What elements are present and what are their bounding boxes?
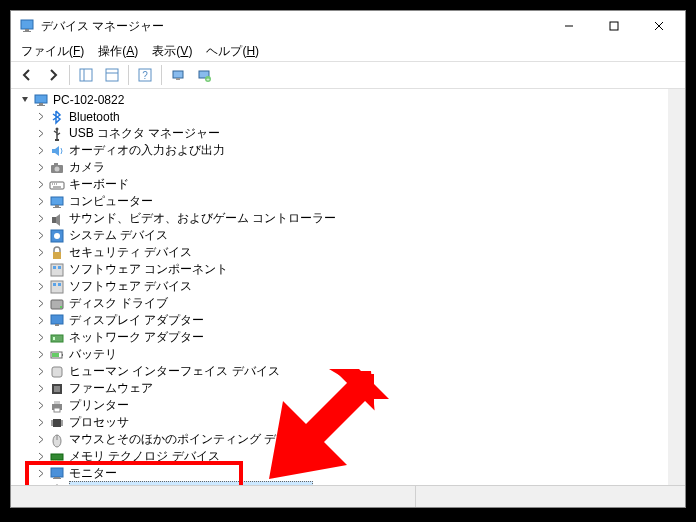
svg-rect-18 (35, 95, 47, 103)
device-manager-window: デバイス マネージャー ファイル(F) 操作(A) 表示(V) ヘルプ(H) ?… (10, 10, 686, 508)
tree-item[interactable]: バッテリ (15, 346, 664, 363)
tree-item-label: ディスプレイ アダプター (69, 312, 204, 329)
svg-rect-27 (50, 182, 64, 189)
tree-item[interactable]: オーディオの入力および出力 (15, 142, 664, 159)
expand-icon[interactable] (35, 230, 47, 242)
expand-icon[interactable] (35, 468, 47, 480)
tree-item[interactable]: Bluetooth (15, 108, 664, 125)
vertical-scrollbar[interactable] (668, 89, 685, 485)
tree-item[interactable]: ユニバーサル シリアル バス コントローラー (15, 482, 664, 485)
window-controls (546, 12, 681, 40)
device-category-icon (49, 432, 65, 448)
svg-rect-70 (52, 460, 53, 462)
tree-item[interactable]: ディスプレイ アダプター (15, 312, 664, 329)
properties-button[interactable] (100, 63, 124, 87)
minimize-button[interactable] (546, 12, 591, 40)
svg-point-25 (55, 166, 60, 171)
expand-icon[interactable] (35, 196, 47, 208)
tree-item[interactable]: コンピューター (15, 193, 664, 210)
expand-icon[interactable] (35, 213, 47, 225)
tree-item[interactable]: モニター (15, 465, 664, 482)
menu-action[interactable]: 操作(A) (92, 41, 144, 62)
tree-item-label: モニター (69, 465, 117, 482)
expand-icon[interactable] (35, 485, 47, 486)
close-button[interactable] (636, 12, 681, 40)
device-category-icon (49, 143, 65, 159)
svg-rect-33 (55, 205, 59, 207)
expand-icon[interactable] (35, 298, 47, 310)
svg-rect-34 (53, 207, 61, 208)
menubar: ファイル(F) 操作(A) 表示(V) ヘルプ(H) (11, 41, 685, 61)
titlebar[interactable]: デバイス マネージャー (11, 11, 685, 41)
device-category-icon (49, 466, 65, 482)
expand-icon[interactable] (35, 400, 47, 412)
scan-hardware-button[interactable] (166, 63, 190, 87)
tree-item-label: オーディオの入力および出力 (69, 142, 225, 159)
tree-item[interactable]: ソフトウェア コンポーネント (15, 261, 664, 278)
tree-item[interactable]: ネットワーク アダプター (15, 329, 664, 346)
tree-item[interactable]: ファームウェア (15, 380, 664, 397)
svg-rect-73 (51, 468, 63, 477)
svg-point-76 (56, 484, 59, 485)
tree-item-label: プリンター (69, 397, 129, 414)
back-button[interactable] (15, 63, 39, 87)
show-hide-tree-button[interactable] (74, 63, 98, 87)
menu-view[interactable]: 表示(V) (146, 41, 198, 62)
tree-item[interactable]: マウスとそのほかのポインティング デバイス (15, 431, 664, 448)
tree-item[interactable]: プロセッサ (15, 414, 664, 431)
expand-icon[interactable] (35, 332, 47, 344)
menu-help[interactable]: ヘルプ(H) (200, 41, 265, 62)
expand-icon[interactable] (35, 128, 47, 140)
svg-rect-0 (21, 20, 33, 29)
svg-rect-35 (52, 217, 56, 223)
tree-item[interactable]: サウンド、ビデオ、およびゲーム コントローラー (15, 210, 664, 227)
device-category-icon (49, 126, 65, 142)
tree-item[interactable]: ヒューマン インターフェイス デバイス (15, 363, 664, 380)
tree-item-label: コンピューター (69, 193, 153, 210)
device-category-icon (49, 364, 65, 380)
tree-item[interactable]: システム デバイス (15, 227, 664, 244)
tree-item[interactable]: メモリ テクノロジ デバイス (15, 448, 664, 465)
expand-icon[interactable] (35, 179, 47, 191)
expand-icon[interactable] (35, 145, 47, 157)
svg-rect-71 (54, 460, 55, 462)
tree-root[interactable]: PC-102-0822 (15, 91, 664, 108)
svg-rect-40 (53, 266, 56, 269)
help-button[interactable]: ? (133, 63, 157, 87)
collapse-icon[interactable] (19, 94, 31, 106)
tree-item[interactable]: カメラ (15, 159, 664, 176)
svg-rect-1 (25, 29, 29, 31)
tree-item[interactable]: ソフトウェア デバイス (15, 278, 664, 295)
expand-icon[interactable] (35, 264, 47, 276)
expand-icon[interactable] (35, 281, 47, 293)
expand-icon[interactable] (35, 383, 47, 395)
maximize-button[interactable] (591, 12, 636, 40)
tree-view[interactable]: PC-102-0822BluetoothUSB コネクタ マネージャーオーディオ… (11, 89, 668, 485)
expand-icon[interactable] (35, 162, 47, 174)
svg-rect-20 (37, 105, 45, 106)
expand-icon[interactable] (35, 247, 47, 259)
expand-icon[interactable] (35, 434, 47, 446)
separator (161, 65, 162, 85)
expand-icon[interactable] (35, 417, 47, 429)
add-hardware-button[interactable]: + (192, 63, 216, 87)
tree-item[interactable]: プリンター (15, 397, 664, 414)
expand-icon[interactable] (35, 349, 47, 361)
forward-button[interactable] (41, 63, 65, 87)
svg-rect-48 (55, 324, 59, 326)
expand-icon[interactable] (35, 315, 47, 327)
expand-icon[interactable] (35, 111, 47, 123)
tree-item[interactable]: ディスク ドライブ (15, 295, 664, 312)
expand-icon[interactable] (35, 451, 47, 463)
window-title: デバイス マネージャー (41, 18, 546, 35)
tree-item-label: ソフトウェア コンポーネント (69, 261, 228, 278)
device-category-icon (49, 160, 65, 176)
tree-item[interactable]: キーボード (15, 176, 664, 193)
menu-file[interactable]: ファイル(F) (15, 41, 90, 62)
device-category-icon (49, 279, 65, 295)
tree-item[interactable]: USB コネクタ マネージャー (15, 125, 664, 142)
tree-item[interactable]: セキュリティ デバイス (15, 244, 664, 261)
svg-rect-58 (54, 401, 60, 404)
expand-icon[interactable] (35, 366, 47, 378)
device-category-icon (49, 211, 65, 227)
